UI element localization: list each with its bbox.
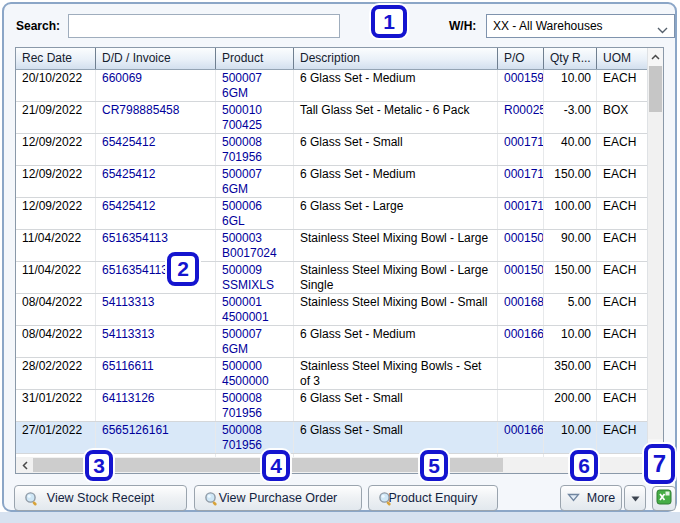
scroll-left-arrow-icon[interactable]	[16, 457, 33, 473]
column-header-uom[interactable]: UOM	[596, 48, 647, 69]
cell-po: 000150	[497, 262, 543, 293]
cell-rec-date: 08/04/2022	[16, 326, 95, 357]
cell-po: 000166	[497, 422, 543, 453]
cell-dd-invoice: 54113313	[95, 294, 215, 325]
cell-description: 6 Glass Set - Small	[293, 390, 497, 421]
cell-qty-received: 150.00	[543, 262, 596, 293]
cell-po: 000166	[497, 326, 543, 357]
view-stock-receipt-button[interactable]: View Stock Receipt	[14, 485, 187, 511]
cell-uom: EACH	[596, 134, 647, 165]
search-label: Search:	[16, 19, 60, 33]
more-button[interactable]: More	[560, 485, 622, 511]
product-enquiry-label: Product Enquiry	[389, 491, 478, 505]
cell-product: 500007 6GM	[215, 70, 293, 101]
cell-dd-invoice: 64113126	[95, 390, 215, 421]
table-row[interactable]: 08/04/2022 54113313 500007 6GM 6 Glass S…	[16, 326, 647, 358]
cell-rec-date: 21/09/2022	[16, 102, 95, 133]
cell-rec-date: 20/10/2022	[16, 70, 95, 101]
warehouse-selected-value: XX - All Warehouses	[493, 19, 603, 33]
cell-po: R00025	[497, 102, 543, 133]
cell-description: 6 Glass Set - Small	[293, 422, 497, 453]
cell-qty-received: 90.00	[543, 230, 596, 261]
search-input[interactable]	[68, 14, 340, 38]
cell-product: 500003 B0017024	[215, 230, 293, 261]
table-row[interactable]: 12/09/2022 65425412 500008 701956 6 Glas…	[16, 134, 647, 166]
cell-po: 000150	[497, 230, 543, 261]
cell-qty-received: 10.00	[543, 422, 596, 453]
cell-rec-date: 11/04/2022	[16, 262, 95, 293]
cell-description: Stainless Steel Mixing Bowls - Set of 3	[293, 358, 497, 389]
table-row[interactable]: 11/04/2022 6516354113 500003 B0017024 St…	[16, 230, 647, 262]
cell-product: 500008 701956	[215, 134, 293, 165]
excel-icon	[656, 489, 672, 508]
column-header-description[interactable]: Description	[293, 48, 497, 69]
vertical-scrollbar-thumb[interactable]	[649, 66, 662, 112]
table-row[interactable]: 12/09/2022 65425412 500006 6GL 6 Glass S…	[16, 198, 647, 230]
magnifier-icon	[378, 491, 394, 510]
cell-po	[497, 358, 543, 389]
cell-description: 6 Glass Set - Medium	[293, 166, 497, 197]
table-row[interactable]: 11/04/2022 6516354113 500009 SSMIXLS Sta…	[16, 262, 647, 294]
table-row[interactable]: 27/01/2022 6565126161 500008 701956 6 Gl…	[16, 422, 647, 454]
callout-badge-2: 2	[167, 252, 199, 286]
cell-uom: EACH	[596, 326, 647, 357]
table-row[interactable]: 12/09/2022 65425412 500007 6GM 6 Glass S…	[16, 166, 647, 198]
cell-uom: EACH	[596, 358, 647, 389]
table-row[interactable]: 28/02/2022 65116611 500000 4500000 Stain…	[16, 358, 647, 390]
cell-uom: BOX	[596, 102, 647, 133]
cell-product: 500008 701956	[215, 422, 293, 453]
cell-qty-received: 100.00	[543, 198, 596, 229]
column-header-rec-date[interactable]: Rec Date	[16, 48, 95, 69]
more-dropdown-button[interactable]	[624, 485, 646, 511]
cell-description: Stainless Steel Mixing Bowl - Small	[293, 294, 497, 325]
cell-po: 000171	[497, 166, 543, 197]
cell-qty-received: 200.00	[543, 390, 596, 421]
table-row[interactable]: 21/09/2022 CR798885458 500010 700425 Tal…	[16, 102, 647, 134]
more-label: More	[587, 491, 615, 505]
cell-rec-date: 12/09/2022	[16, 198, 95, 229]
table-row[interactable]: 20/10/2022 660069 500007 6GM 6 Glass Set…	[16, 70, 647, 102]
cell-po: 000168	[497, 294, 543, 325]
cell-dd-invoice: 65425412	[95, 134, 215, 165]
export-excel-button[interactable]	[652, 486, 676, 511]
warehouse-select[interactable]: XX - All Warehouses	[486, 14, 675, 38]
cell-dd-invoice: 6565126161	[95, 422, 215, 453]
column-header-dd-invoice[interactable]: D/D / Invoice	[95, 48, 215, 69]
cell-rec-date: 08/04/2022	[16, 294, 95, 325]
cell-product: 500006 6GL	[215, 198, 293, 229]
cell-dd-invoice: 65425412	[95, 198, 215, 229]
cell-po: 000171	[497, 134, 543, 165]
product-enquiry-button[interactable]: Product Enquiry	[368, 485, 498, 511]
vertical-scrollbar[interactable]	[647, 48, 663, 473]
callout-badge-6: 6	[570, 450, 598, 481]
callout-badge-4: 4	[262, 450, 290, 481]
cell-description: 6 Glass Set - Small	[293, 134, 497, 165]
warehouse-label: W/H:	[449, 19, 476, 33]
view-purchase-order-label: View Purchase Order	[219, 491, 338, 505]
stock-receipts-grid: Rec Date D/D / Invoice Product Descripti…	[15, 47, 664, 474]
column-header-product[interactable]: Product	[215, 48, 293, 69]
table-row[interactable]: 31/01/2022 64113126 500008 701956 6 Glas…	[16, 390, 647, 422]
cell-rec-date: 27/01/2022	[16, 422, 95, 453]
stock-receipts-window: Search: W/H: XX - All Warehouses Rec Dat…	[0, 0, 680, 523]
column-header-po[interactable]: P/O	[497, 48, 543, 69]
cell-product: 500001 4500001	[215, 294, 293, 325]
magnifier-icon	[204, 491, 220, 510]
grid-header: Rec Date D/D / Invoice Product Descripti…	[16, 48, 647, 70]
table-row[interactable]: 08/04/2022 54113313 500001 4500001 Stain…	[16, 294, 647, 326]
scroll-up-arrow-icon[interactable]	[648, 48, 663, 66]
view-purchase-order-button[interactable]: View Purchase Order	[194, 485, 362, 511]
cell-uom: EACH	[596, 230, 647, 261]
cell-uom: EACH	[596, 262, 647, 293]
cell-rec-date: 12/09/2022	[16, 166, 95, 197]
cell-description: Tall Glass Set - Metalic - 6 Pack	[293, 102, 497, 133]
cell-dd-invoice: 660069	[95, 70, 215, 101]
cell-qty-received: 10.00	[543, 70, 596, 101]
cell-description: Stainless Steel Mixing Bowl - Large Sing…	[293, 262, 497, 293]
cell-qty-received: 40.00	[543, 134, 596, 165]
cell-po: 000159	[497, 70, 543, 101]
cell-description: Stainless Steel Mixing Bowl - Large	[293, 230, 497, 261]
cell-description: 6 Glass Set - Medium	[293, 326, 497, 357]
cell-product: 500009 SSMIXLS	[215, 262, 293, 293]
column-header-qty-received[interactable]: Qty R...	[543, 48, 596, 69]
